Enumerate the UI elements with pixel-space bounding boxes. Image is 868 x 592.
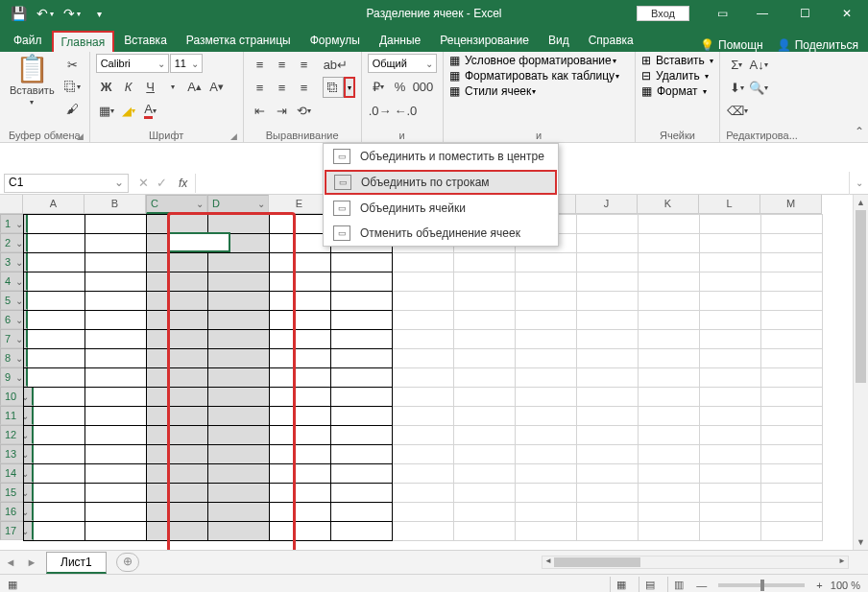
format-as-table-button[interactable]: ▦ Форматировать как таблицу▾ — [449, 69, 619, 83]
fill-button[interactable]: ⬇▾ — [726, 77, 747, 98]
hscroll-thumb[interactable] — [554, 557, 640, 567]
cancel-formula-button[interactable]: ✕ — [138, 176, 149, 190]
decrease-decimal-button[interactable]: ←.0 — [393, 100, 418, 121]
merge-button[interactable]: ⿻ ▾ — [323, 77, 355, 98]
underline-drop[interactable]: ▾ — [162, 76, 183, 97]
tab-home[interactable]: Главная — [52, 31, 115, 52]
zoom-out-button[interactable]: — — [696, 580, 707, 591]
cell-styles-button[interactable]: ▦ Стили ячеек▾ — [449, 84, 537, 98]
fx-label[interactable]: fx — [179, 177, 187, 190]
tab-formulas[interactable]: Формулы — [301, 29, 370, 52]
close-button[interactable]: ✕ — [826, 0, 868, 27]
italic-button[interactable]: К — [118, 76, 139, 97]
column-header-M[interactable]: M — [760, 195, 822, 214]
format-painter-button[interactable]: 🖌 — [62, 98, 84, 119]
column-header-B[interactable]: B — [84, 195, 146, 214]
zoom-in-button[interactable]: + — [816, 580, 822, 591]
sheet-nav-next[interactable]: ► — [21, 556, 42, 568]
wrap-text-button[interactable]: ab↵ — [323, 54, 349, 75]
comma-button[interactable]: 000 — [412, 76, 435, 97]
shrink-font-button[interactable]: A▾ — [206, 76, 228, 97]
fill-color-button[interactable]: ◢▾ — [118, 100, 139, 121]
conditional-formatting-button[interactable]: ▦ Условное форматирование▾ — [449, 54, 616, 67]
menu-merge-center[interactable]: ▭Объединить и поместить в центре — [324, 144, 558, 169]
grow-font-button[interactable]: A▴ — [184, 76, 205, 97]
align-left-button[interactable]: ≡ — [250, 77, 271, 98]
tab-review[interactable]: Рецензирование — [430, 29, 539, 52]
font-size-select[interactable]: 11 — [170, 54, 203, 73]
column-header-L[interactable]: L — [699, 195, 760, 214]
clear-button[interactable]: ⌫▾ — [726, 100, 749, 121]
column-header-K[interactable]: K — [638, 195, 699, 214]
tab-file[interactable]: Файл — [4, 29, 52, 52]
name-box[interactable]: C1 — [4, 174, 129, 193]
decrease-indent-button[interactable]: ⇤ — [250, 100, 271, 121]
underline-button[interactable]: Ч — [140, 76, 161, 97]
worksheet-grid[interactable]: ABCDEFGHIJKLM 1234567891011121314151617 … — [0, 195, 868, 550]
enter-formula-button[interactable]: ✓ — [157, 176, 167, 190]
font-color-button[interactable]: A▾ — [140, 100, 161, 121]
page-break-view-button[interactable]: ▥ — [667, 577, 688, 593]
maximize-button[interactable]: ☐ — [784, 0, 826, 27]
minimize-button[interactable]: — — [741, 0, 784, 27]
active-cell[interactable] — [168, 232, 230, 252]
redo-button[interactable]: ↷▾ — [60, 2, 84, 25]
number-format-select[interactable]: Общий — [368, 54, 437, 73]
cut-button[interactable]: ✂ — [62, 54, 84, 75]
column-header-J[interactable]: J — [576, 195, 638, 214]
zoom-level[interactable]: 100 % — [831, 580, 860, 591]
copy-button[interactable]: ⿻ ▾ — [62, 76, 84, 97]
percent-button[interactable]: % — [390, 76, 411, 97]
dialog-launcher-icon[interactable]: ◢ — [77, 131, 84, 141]
sheet-tab-1[interactable]: Лист1 — [46, 552, 107, 574]
autosum-button[interactable]: Σ▾ — [726, 54, 747, 75]
new-sheet-button[interactable]: ⊕ — [116, 553, 139, 572]
ribbon-options-button[interactable]: ▭ — [703, 0, 741, 27]
normal-view-button[interactable]: ▦ — [610, 577, 631, 593]
align-right-button[interactable]: ≡ — [294, 77, 315, 98]
collapse-ribbon-button[interactable]: ⌃ — [855, 125, 864, 138]
undo-button[interactable]: ↶▾ — [33, 2, 58, 25]
align-center-button[interactable]: ≡ — [272, 77, 293, 98]
save-button[interactable]: 💾 — [6, 2, 31, 25]
tab-page-layout[interactable]: Разметка страницы — [177, 29, 301, 52]
insert-cells-button[interactable]: ⊞ Вставить ▾ — [641, 54, 714, 67]
font-name-select[interactable]: Calibri — [96, 54, 169, 73]
align-middle-button[interactable]: ≡ — [272, 54, 293, 75]
orientation-button[interactable]: ⟲▾ — [294, 100, 315, 121]
scroll-left-button[interactable]: ◄ — [542, 556, 554, 565]
horizontal-scrollbar[interactable]: ◄ ► — [542, 556, 849, 569]
column-header-D[interactable]: D — [207, 195, 269, 214]
page-layout-view-button[interactable]: ▤ — [639, 577, 660, 593]
align-top-button[interactable]: ≡ — [250, 54, 271, 75]
qat-customize[interactable]: ▾ — [86, 2, 111, 25]
borders-button[interactable]: ▦▾ — [96, 100, 117, 121]
select-all-corner[interactable] — [0, 195, 23, 214]
increase-indent-button[interactable]: ⇥ — [272, 100, 293, 121]
record-macro-icon[interactable]: ▦ — [8, 579, 17, 591]
column-header-A[interactable]: A — [23, 195, 84, 214]
paste-button[interactable]: 📋 Вставить ▾ — [6, 54, 59, 108]
sheet-nav-prev[interactable]: ◄ — [0, 556, 21, 568]
share-button[interactable]: 👤Поделиться — [777, 38, 858, 52]
scroll-down-button[interactable]: ▼ — [854, 534, 868, 550]
delete-cells-button[interactable]: ⊟ Удалить ▾ — [641, 69, 710, 83]
scroll-thumb[interactable] — [856, 210, 866, 383]
scroll-up-button[interactable]: ▲ — [854, 195, 868, 210]
menu-merge-across[interactable]: ▭Объединить по строкам — [325, 170, 557, 195]
expand-formula-bar-button[interactable]: ⌄ — [849, 172, 868, 195]
zoom-slider[interactable] — [718, 583, 805, 587]
dialog-launcher-icon[interactable]: ◢ — [230, 131, 237, 141]
sign-in-button[interactable]: Вход — [637, 6, 689, 21]
cells-table[interactable] — [23, 214, 823, 541]
tab-data[interactable]: Данные — [370, 29, 430, 52]
find-button[interactable]: 🔍▾ — [748, 77, 769, 98]
column-header-C[interactable]: C — [146, 195, 207, 214]
tab-view[interactable]: Вид — [539, 29, 579, 52]
tab-insert[interactable]: Вставка — [114, 29, 177, 52]
tell-me-button[interactable]: 💡Помощн — [700, 38, 763, 52]
column-header-E[interactable]: E — [269, 195, 330, 214]
increase-decimal-button[interactable]: .0→ — [368, 100, 393, 121]
align-bottom-button[interactable]: ≡ — [294, 54, 315, 75]
vertical-scrollbar[interactable]: ▲ ▼ — [853, 195, 868, 550]
